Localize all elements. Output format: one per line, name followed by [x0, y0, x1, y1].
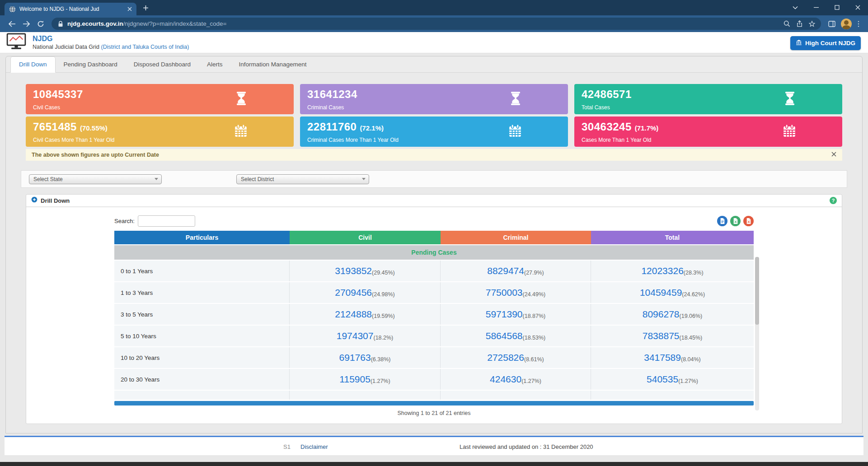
civil-value[interactable]: 1974307 — [337, 331, 374, 341]
card-civil-cases-old: 7651485(70.55%) Civil Cases More Than 1 … — [26, 116, 294, 147]
criminal-pct: (27.9%) — [524, 270, 544, 276]
card-pct: (71.7%) — [635, 124, 659, 132]
close-window-button[interactable] — [847, 0, 868, 15]
tab-alerts[interactable]: Alerts — [199, 57, 231, 72]
export-csv-button[interactable] — [743, 216, 754, 226]
tab-close-icon[interactable] — [127, 7, 132, 11]
total-pct: (24.62%) — [682, 291, 705, 298]
criminal-value[interactable]: 5864568 — [486, 331, 523, 341]
hourglass-icon — [783, 89, 797, 109]
chevron-down-icon — [359, 175, 369, 184]
reload-button[interactable] — [33, 17, 48, 31]
search-label: Search: — [114, 218, 135, 224]
calendar-icon — [507, 122, 523, 141]
criminal-value[interactable]: 8829474 — [487, 266, 524, 276]
collapse-icon[interactable] — [31, 196, 38, 205]
high-court-njdg-button[interactable]: High Court NJDG — [790, 36, 861, 50]
total-pct: (19.06%) — [680, 313, 703, 319]
card-label: Criminal Cases More Than 1 Year Old — [307, 137, 399, 143]
disclaimer-link[interactable]: Disclaimer — [300, 443, 328, 450]
chevron-down-icon — [151, 175, 161, 184]
vertical-scrollbar[interactable] — [755, 257, 759, 410]
card-label: Civil Cases — [33, 104, 60, 111]
help-icon[interactable]: ? — [830, 197, 837, 204]
total-value[interactable]: 3417589 — [644, 352, 681, 363]
total-pct: (1.27%) — [678, 378, 698, 384]
criminal-value[interactable]: 2725826 — [487, 352, 524, 363]
browser-tab[interactable]: Welcome to NJDG - National Jud — [5, 3, 136, 15]
select-district-dropdown[interactable]: Select District — [236, 174, 369, 184]
card-label: Cases More Than 1 Year Old — [582, 137, 652, 143]
civil-pct: (19.59%) — [372, 313, 395, 319]
row-label: 1 to 3 Years — [114, 282, 290, 303]
card-value: 42486571 — [582, 88, 632, 101]
horizontal-scrollbar[interactable] — [114, 401, 754, 405]
lock-icon — [58, 21, 63, 27]
criminal-value[interactable]: 5971390 — [486, 309, 523, 320]
site-header: NJDG National Judicial Data Grid (Distri… — [0, 32, 868, 53]
maximize-button[interactable] — [826, 0, 847, 15]
tab-pending-dashboard[interactable]: Pending Dashboard — [56, 57, 126, 72]
new-tab-button[interactable] — [139, 1, 152, 14]
civil-value[interactable]: 2124888 — [335, 309, 372, 320]
profile-avatar[interactable] — [841, 19, 852, 29]
card-value: 30463245 — [582, 121, 632, 133]
civil-pct: (29.45%) — [372, 270, 395, 276]
civil-pct: (18.2%) — [373, 335, 393, 341]
tab-disposed-dashboard[interactable]: Disposed Dashboard — [126, 57, 199, 72]
card-pct: (72.1%) — [360, 124, 384, 132]
notice-text: The above shown figures are upto Current… — [32, 152, 159, 158]
civil-value[interactable]: 3193852 — [335, 266, 372, 276]
civil-pct: (6.38%) — [371, 356, 391, 363]
column-header-total[interactable]: Total — [591, 231, 754, 244]
side-panel-icon[interactable] — [825, 17, 839, 31]
select-state-dropdown[interactable]: Select State — [29, 174, 162, 184]
total-value[interactable]: 7838875 — [643, 331, 680, 341]
total-value[interactable]: 540535 — [647, 374, 678, 385]
total-value[interactable]: 10459459 — [640, 287, 682, 298]
tab-favicon-globe-icon — [9, 6, 16, 13]
column-header-criminal[interactable]: Criminal — [441, 231, 591, 244]
card-cases-old: 30463245(71.7%) Cases More Than 1 Year O… — [574, 116, 842, 147]
forward-button[interactable] — [19, 17, 33, 31]
share-icon[interactable] — [793, 18, 806, 30]
bookmark-star-icon[interactable] — [806, 18, 818, 30]
high-court-njdg-label: High Court NJDG — [805, 40, 855, 47]
civil-value[interactable]: 2709456 — [335, 287, 372, 298]
search-icon[interactable] — [780, 18, 793, 30]
file-pdf-icon — [720, 218, 725, 224]
card-label: Total Cases — [582, 104, 610, 111]
criminal-pct: (1.27%) — [521, 378, 541, 384]
tab-search-chevron-icon[interactable] — [785, 0, 806, 15]
browser-toolbar: njdg.ecourts.gov.in/njdgnew/?p=main/inde… — [0, 15, 868, 32]
criminal-value[interactable]: 424630 — [490, 374, 521, 385]
search-input[interactable] — [138, 215, 195, 227]
row-label: 3 to 5 Years — [114, 304, 290, 325]
export-excel-button[interactable] — [730, 216, 741, 226]
url-text: njdg.ecourts.gov.in/njdgnew/?p=main/inde… — [67, 20, 226, 27]
bank-icon — [796, 39, 802, 47]
browser-menu-icon[interactable]: ⋮ — [854, 19, 863, 28]
url-path: /njdgnew/?p=main/index&state_code= — [123, 20, 227, 27]
export-pdf-button[interactable] — [717, 216, 727, 226]
total-value[interactable]: 8096278 — [643, 309, 680, 320]
total-value[interactable]: 12023326 — [641, 266, 683, 276]
address-bar[interactable]: njdg.ecourts.gov.in/njdgnew/?p=main/inde… — [52, 18, 821, 30]
civil-value[interactable]: 691763 — [339, 352, 371, 363]
card-value: 22811760 — [307, 121, 357, 133]
column-header-particulars[interactable]: Particulars — [114, 231, 290, 244]
total-pct: (18.45%) — [680, 335, 703, 341]
back-button[interactable] — [5, 17, 19, 31]
card-value: 31641234 — [307, 88, 357, 101]
tab-information-management[interactable]: Information Management — [230, 57, 314, 72]
table-row-clipped — [114, 391, 754, 400]
tab-drill-down[interactable]: Drill Down — [10, 56, 56, 73]
drill-down-table-zone: Search: — [114, 215, 754, 416]
notice-close-icon[interactable] — [831, 152, 836, 158]
civil-value[interactable]: 115905 — [339, 374, 371, 385]
minimize-button[interactable] — [806, 0, 826, 15]
column-header-civil[interactable]: Civil — [290, 231, 441, 244]
file-csv-icon — [746, 218, 751, 224]
criminal-value[interactable]: 7750003 — [486, 287, 523, 298]
tab-title: Welcome to NJDG - National Jud — [19, 6, 124, 12]
